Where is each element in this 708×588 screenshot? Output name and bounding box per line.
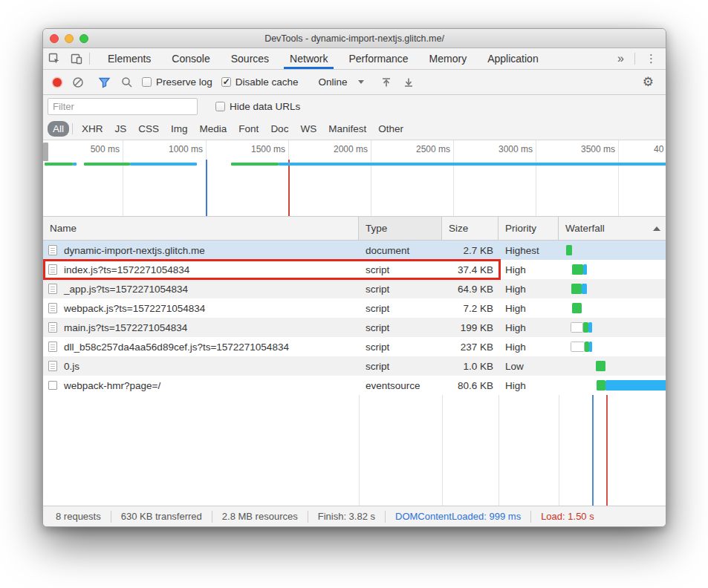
overview-activity-bar [279, 163, 666, 166]
type-filter-media[interactable]: Media [194, 121, 233, 137]
column-header-type[interactable]: Type [359, 217, 442, 240]
table-row[interactable]: webpack-hmr?page=/ eventsource 80.6 KB H… [43, 376, 666, 395]
filter-input[interactable] [48, 98, 198, 115]
type-filter-manifest[interactable]: Manifest [322, 121, 372, 137]
type-filter-doc[interactable]: Doc [264, 121, 294, 137]
request-size: 199 KB [442, 318, 498, 337]
request-type: document [359, 241, 442, 260]
divider [72, 123, 73, 134]
overview-activity-bar [231, 163, 279, 166]
throttling-value: Online [319, 76, 348, 88]
inspect-element-icon[interactable] [43, 48, 65, 69]
status-item: Finish: 3.82 s [308, 511, 386, 523]
overview-activity-bar [130, 163, 197, 166]
timeline-tick-label: 2500 ms [416, 144, 450, 154]
zoom-window-button[interactable] [79, 34, 88, 43]
request-name: dynamic-import-nextjs.glitch.me [64, 245, 205, 256]
more-tabs-button[interactable]: » [608, 48, 633, 69]
request-waterfall [559, 337, 666, 356]
divider [634, 53, 635, 65]
record-network-log-button[interactable] [48, 73, 67, 92]
status-item: DOMContentLoaded: 999 ms [386, 511, 531, 523]
request-priority: High [498, 298, 559, 318]
tab-console[interactable]: Console [161, 48, 220, 69]
table-row-selected[interactable]: dynamic-import-nextjs.glitch.me document… [43, 241, 666, 260]
type-filter-other[interactable]: Other [372, 121, 409, 137]
request-type: script [359, 298, 442, 318]
overview-activity-bar [73, 163, 77, 166]
request-waterfall [559, 298, 666, 318]
settings-gear-icon[interactable]: ⚙ [635, 74, 661, 90]
timeline-tick-label: 1000 ms [169, 144, 203, 154]
disable-cache-label[interactable]: Disable cache [236, 76, 299, 88]
timeline-gridline [371, 140, 371, 216]
table-row-highlighted[interactable]: index.js?ts=1572271054834 script 37.4 KB… [43, 260, 666, 279]
waterfall-bar [571, 322, 583, 333]
request-priority: Low [498, 356, 559, 376]
import-har-icon[interactable] [375, 73, 397, 92]
status-item: Load: 1.50 s [531, 511, 604, 523]
request-type: script [359, 356, 442, 376]
preserve-log-checkbox[interactable] [142, 77, 152, 87]
column-header-priority[interactable]: Priority [498, 217, 559, 240]
close-window-button[interactable] [50, 34, 59, 43]
table-row[interactable]: _app.js?ts=1572271054834 script 64.9 KB … [43, 279, 666, 298]
request-name: webpack-hmr?page=/ [64, 380, 160, 391]
tab-network[interactable]: Network [279, 48, 338, 69]
table-row[interactable]: webpack.js?ts=1572271054834 script 7.2 K… [43, 298, 666, 318]
tab-performance[interactable]: Performance [338, 48, 418, 69]
tab-strip: ElementsConsoleSourcesNetworkPerformance… [97, 48, 549, 69]
type-filter-all[interactable]: All [48, 121, 69, 137]
table-row[interactable]: main.js?ts=1572271054834 script 199 KB H… [43, 318, 666, 337]
table-row[interactable]: dll_b58c257da4aa56d89cef.js?ts=157227105… [43, 337, 666, 356]
title-bar: DevTools - dynamic-import-nextjs.glitch.… [43, 29, 666, 48]
column-header-size[interactable]: Size [442, 217, 498, 240]
request-size: 37.4 KB [442, 260, 498, 279]
timeline-gridline [123, 140, 123, 216]
type-filter-ws[interactable]: WS [294, 121, 322, 137]
device-toolbar-icon[interactable] [65, 48, 88, 69]
type-filter-font[interactable]: Font [233, 121, 264, 137]
tab-sources[interactable]: Sources [221, 48, 279, 69]
file-icon [48, 245, 57, 255]
request-type: script [359, 260, 442, 279]
waterfall-bar [572, 303, 582, 313]
hide-data-urls-label[interactable]: Hide data URLs [230, 101, 300, 112]
request-waterfall [559, 356, 666, 376]
overview-activity-bar [84, 163, 130, 166]
type-filter-js[interactable]: JS [109, 121, 133, 137]
request-waterfall [559, 241, 666, 260]
export-har-icon[interactable] [397, 73, 420, 92]
request-priority: High [498, 337, 559, 356]
timeline-gridline [618, 140, 619, 216]
sort-ascending-icon [653, 226, 660, 231]
tab-application[interactable]: Application [477, 48, 549, 69]
minimize-window-button[interactable] [65, 34, 74, 43]
clear-network-log-button[interactable] [67, 73, 89, 92]
waterfall-bar [566, 245, 572, 255]
filter-toggle-icon[interactable] [93, 73, 116, 92]
request-priority: High [498, 260, 559, 279]
table-row[interactable]: 0.js script 1.0 KB Low [43, 356, 666, 376]
request-size: 1.0 KB [442, 356, 498, 376]
request-priority: Highest [498, 241, 559, 260]
waterfall-bar [582, 284, 587, 294]
type-filter-xhr[interactable]: XHR [76, 121, 109, 137]
hide-data-urls-checkbox[interactable] [215, 102, 225, 111]
column-header-waterfall[interactable]: Waterfall [559, 217, 666, 240]
request-priority: High [498, 318, 559, 337]
type-filter-css[interactable]: CSS [132, 121, 165, 137]
preserve-log-label[interactable]: Preserve log [156, 76, 212, 88]
request-size: 80.6 KB [442, 376, 498, 395]
tab-elements[interactable]: Elements [97, 48, 161, 69]
disable-cache-checkbox[interactable] [221, 77, 231, 87]
tab-memory[interactable]: Memory [419, 48, 478, 69]
network-overview[interactable]: 500 ms1000 ms1500 ms2000 ms2500 ms3000 m… [43, 140, 666, 217]
throttling-dropdown[interactable]: Online [311, 76, 371, 88]
search-icon[interactable] [116, 73, 138, 92]
request-size: 2.7 KB [442, 241, 498, 260]
column-header-name[interactable]: Name [43, 217, 359, 240]
type-filter-img[interactable]: Img [165, 121, 194, 137]
devtools-menu-button[interactable]: ⋮ [637, 48, 666, 69]
domcontentloaded-line [206, 160, 207, 216]
